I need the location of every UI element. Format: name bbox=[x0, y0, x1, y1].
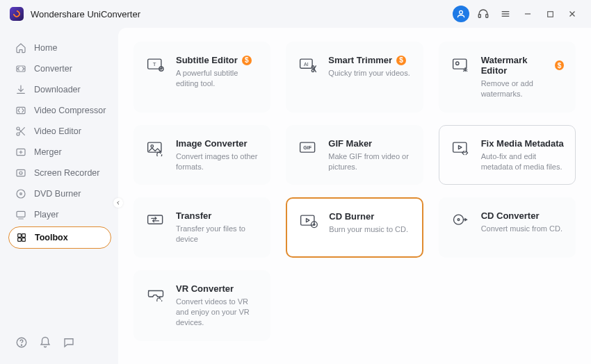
compress-icon bbox=[15, 105, 26, 116]
svg-point-43 bbox=[151, 144, 154, 147]
tool-card-watermark-editor[interactable]: Watermark Editor$ Remove or add watermar… bbox=[439, 42, 576, 113]
tool-description: Convert music from CD. bbox=[481, 224, 564, 234]
tool-title: GIF Maker bbox=[328, 138, 372, 149]
minimize-button[interactable] bbox=[519, 5, 537, 23]
tool-title: CD Converter bbox=[481, 210, 540, 221]
bell-icon bbox=[39, 336, 51, 349]
tool-description: Convert images to other formats. bbox=[176, 151, 259, 172]
svg-rect-26 bbox=[22, 234, 26, 238]
tool-card-smart-trimmer[interactable]: AI Smart Trimmer$ Quicky trim your video… bbox=[286, 42, 423, 113]
tool-title: CD Burner bbox=[329, 211, 374, 222]
trimmer-icon: AI bbox=[298, 56, 318, 73]
sidebar-item-video-editor[interactable]: Video Editor bbox=[0, 121, 118, 142]
tool-title: Watermark Editor bbox=[481, 55, 551, 76]
tool-description: A powerful subtitle editing tool. bbox=[176, 68, 259, 89]
tool-description: Quicky trim your videos. bbox=[328, 68, 411, 78]
account-button[interactable] bbox=[452, 5, 470, 23]
disc-icon bbox=[15, 188, 26, 199]
player-icon bbox=[15, 209, 26, 220]
metadata-icon bbox=[451, 140, 471, 156]
tool-description: Burn your music to CD. bbox=[329, 224, 410, 235]
tool-description: Make GIF from video or pictures. bbox=[328, 151, 411, 172]
tool-card-gif-maker[interactable]: GIF GIF Maker Make GIF from video or pic… bbox=[286, 125, 423, 185]
svg-point-0 bbox=[460, 10, 463, 14]
svg-point-20 bbox=[19, 172, 22, 174]
hamburger-icon bbox=[500, 8, 511, 19]
support-button[interactable] bbox=[474, 5, 492, 23]
gif-icon: GIF bbox=[298, 140, 318, 156]
sidebar: HomeConverterDownloaderVideo CompressorV… bbox=[0, 28, 118, 364]
image-icon bbox=[146, 140, 165, 156]
maximize-button[interactable] bbox=[541, 5, 559, 23]
sidebar-item-home[interactable]: Home bbox=[0, 38, 118, 58]
tool-card-cd-burner[interactable]: CD Burner Burn your music to CD. bbox=[286, 197, 423, 258]
svg-point-30 bbox=[21, 345, 22, 345]
watermark-icon bbox=[451, 56, 471, 73]
sidebar-item-video-compressor[interactable]: Video Compressor bbox=[0, 100, 118, 121]
sidebar-item-converter[interactable]: Converter bbox=[0, 58, 118, 79]
premium-badge-icon: $ bbox=[555, 60, 564, 70]
sidebar-item-merger[interactable]: Merger bbox=[0, 142, 118, 163]
vr-icon bbox=[146, 285, 165, 301]
tool-title: Fix Media Metadata bbox=[481, 138, 564, 149]
svg-text:AI: AI bbox=[304, 62, 309, 67]
sidebar-item-dvd-burner[interactable]: DVD Burner bbox=[0, 183, 118, 204]
tool-description: Auto-fix and edit metadata of media file… bbox=[481, 151, 564, 172]
svg-rect-23 bbox=[17, 211, 25, 217]
svg-marker-50 bbox=[307, 219, 309, 222]
tool-description: Transfer your files to device bbox=[176, 224, 259, 245]
sidebar-item-player[interactable]: Player bbox=[0, 204, 118, 225]
sidebar-item-label: Toolbox bbox=[35, 233, 68, 242]
svg-text:T: T bbox=[153, 61, 156, 67]
svg-point-53 bbox=[453, 215, 463, 225]
svg-point-21 bbox=[17, 190, 25, 198]
sidebar-item-downloader[interactable]: Downloader bbox=[0, 79, 118, 100]
notifications-button[interactable] bbox=[39, 336, 51, 349]
converter-icon bbox=[15, 63, 26, 74]
headset-icon bbox=[477, 8, 489, 20]
tool-title: VR Converter bbox=[176, 283, 234, 294]
feedback-button[interactable] bbox=[63, 336, 75, 349]
main-content: T Subtitle Editor$ A powerful subtitle e… bbox=[118, 28, 591, 364]
help-button[interactable] bbox=[15, 336, 28, 349]
menu-button[interactable] bbox=[496, 5, 515, 23]
scissors-icon bbox=[15, 126, 26, 137]
tool-card-vr-converter[interactable]: VR Converter Convert videos to VR and en… bbox=[133, 270, 270, 341]
svg-point-22 bbox=[20, 193, 22, 195]
tool-title: Subtitle Editor bbox=[176, 55, 238, 65]
help-icon bbox=[15, 336, 28, 349]
close-icon bbox=[567, 9, 577, 19]
tool-card-fix-media-metadata[interactable]: Fix Media Metadata Auto-fix and edit met… bbox=[439, 125, 576, 185]
sidebar-item-screen-recorder[interactable]: Screen Recorder bbox=[0, 163, 118, 183]
sidebar-item-toolbox[interactable]: Toolbox bbox=[8, 226, 111, 249]
sidebar-item-label: Downloader bbox=[34, 85, 81, 94]
cdburner-icon bbox=[299, 213, 318, 229]
home-icon bbox=[15, 42, 26, 53]
sidebar-item-label: Screen Recorder bbox=[34, 168, 100, 178]
sidebar-item-label: Merger bbox=[34, 147, 62, 157]
svg-rect-46 bbox=[453, 142, 466, 152]
sidebar-item-label: Video Compressor bbox=[34, 106, 106, 115]
svg-rect-40 bbox=[453, 59, 466, 69]
sidebar-item-label: Player bbox=[34, 210, 58, 220]
tool-card-transfer[interactable]: Transfer Transfer your files to device bbox=[133, 197, 270, 258]
svg-point-54 bbox=[458, 219, 460, 221]
app-logo bbox=[10, 7, 24, 21]
svg-rect-25 bbox=[18, 234, 22, 238]
cdconvert-icon bbox=[451, 212, 471, 229]
svg-rect-49 bbox=[301, 216, 314, 226]
sidebar-item-label: Home bbox=[34, 43, 57, 53]
tool-card-subtitle-editor[interactable]: T Subtitle Editor$ A powerful subtitle e… bbox=[133, 42, 270, 113]
tool-description: Remove or add watermarks. bbox=[481, 78, 564, 99]
svg-marker-47 bbox=[458, 145, 461, 149]
maximize-icon bbox=[546, 10, 555, 19]
collapse-sidebar-button[interactable] bbox=[113, 198, 123, 208]
transfer-icon bbox=[146, 212, 165, 229]
premium-badge-icon: $ bbox=[396, 56, 406, 65]
tool-title: Transfer bbox=[176, 210, 211, 221]
close-button[interactable] bbox=[563, 5, 581, 23]
tool-card-image-converter[interactable]: Image Converter Convert images to other … bbox=[133, 125, 270, 185]
tool-card-cd-converter[interactable]: CD Converter Convert music from CD. bbox=[439, 197, 576, 258]
sidebar-item-label: Converter bbox=[34, 64, 72, 74]
subtitle-icon: T bbox=[146, 56, 165, 73]
